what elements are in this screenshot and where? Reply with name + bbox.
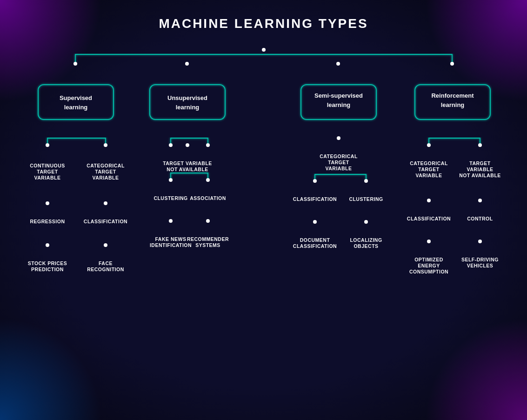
face-recognition-label: FACE [98, 260, 112, 266]
svg-text:TARGET: TARGET [418, 167, 439, 172]
svg-point-37 [206, 143, 210, 147]
svg-point-52 [206, 219, 210, 223]
svg-point-43 [169, 178, 173, 182]
association-label: ASSOCIATION [190, 195, 226, 201]
svg-point-83 [427, 199, 431, 202]
svg-point-94 [478, 240, 482, 243]
main-container: MACHINE LEARNING TYPES Supervised learni… [0, 0, 527, 420]
clustering1-label: CLUSTERING [153, 195, 187, 201]
classification2-label: CLASSIFICATION [293, 196, 336, 202]
unsupervised-box [150, 85, 225, 120]
svg-point-44 [206, 178, 210, 182]
svg-text:VARIABLE: VARIABLE [34, 175, 60, 180]
svg-point-86 [478, 199, 482, 202]
svg-point-75 [478, 143, 482, 147]
svg-point-62 [364, 179, 368, 183]
svg-point-56 [337, 136, 340, 140]
svg-point-61 [313, 179, 317, 183]
svg-text:learning: learning [64, 104, 87, 111]
svg-text:ENERGY: ENERGY [418, 263, 440, 268]
regression-label: REGRESSION [30, 219, 65, 224]
svg-text:learning: learning [327, 101, 350, 108]
svg-text:IDENTIFICATION: IDENTIFICATION [149, 242, 191, 248]
svg-point-28 [46, 243, 49, 247]
svg-text:TARGET: TARGET [328, 160, 349, 165]
fakenews-label: FAKE NEWS [155, 236, 186, 242]
svg-text:CONSUMPTION: CONSUMPTION [409, 269, 448, 274]
clustering2-label: CLUSTERING [349, 196, 383, 202]
stock-prices-label: STOCK PRICES [27, 260, 67, 266]
svg-text:OBJECTS: OBJECTS [354, 243, 378, 249]
doc-classification-label: DOCUMENT [300, 237, 330, 243]
diagram-svg: Supervised learning Unsupervised learnin… [13, 36, 515, 408]
svg-text:VARIABLE: VARIABLE [325, 166, 352, 171]
svg-point-32 [104, 243, 107, 247]
targetNA2-label: TARGET [469, 160, 490, 166]
categorical3-label: CATEGORICAL [410, 160, 448, 166]
supervised-label: Supervised [59, 94, 92, 101]
categorical2-label: CATEGORICAL [320, 153, 358, 159]
svg-point-39 [186, 143, 189, 147]
semisupervised-label: Semi-supervised [314, 92, 362, 99]
svg-text:TARGET: TARGET [37, 169, 58, 174]
svg-text:VARIABLE: VARIABLE [467, 167, 493, 172]
unsupervised-label: Unsupervised [167, 94, 207, 101]
unsupervised-fork [171, 138, 208, 145]
targetNA1-label: TARGET VARIABLE [163, 160, 212, 166]
root-connector [75, 54, 452, 64]
svg-text:NOT AVAILABLE: NOT AVAILABLE [167, 167, 208, 172]
svg-point-66 [313, 220, 317, 224]
reinforcement-fork [429, 138, 480, 145]
control-label: CONTROL [467, 216, 493, 221]
svg-point-25 [104, 201, 107, 205]
localizing-label: LOCALIZING [350, 237, 382, 243]
svg-point-70 [364, 220, 368, 224]
selfdriving-label: SELF-DRIVING [461, 257, 498, 262]
svg-text:PREDICTION: PREDICTION [31, 267, 64, 272]
page-title: MACHINE LEARNING TYPES [159, 16, 368, 31]
svg-text:VEHICLES: VEHICLES [467, 263, 493, 268]
svg-text:SYSTEMS: SYSTEMS [195, 242, 220, 248]
svg-text:RECOGNITION: RECOGNITION [87, 267, 124, 272]
svg-text:TARGET: TARGET [95, 169, 116, 174]
svg-text:learning: learning [440, 101, 464, 108]
svg-point-36 [169, 143, 173, 147]
svg-text:learning: learning [175, 104, 199, 111]
svg-text:NOT AVAILABLE: NOT AVAILABLE [459, 173, 501, 178]
continuous-label: CONTINUOUS [30, 163, 65, 168]
classification1-label: CLASSIFICATION [83, 219, 127, 224]
svg-text:VARIABLE: VARIABLE [92, 175, 119, 180]
classification3-label: CLASSIFICATION [407, 216, 450, 221]
recommender-label: RECOMMENDER [187, 236, 228, 242]
svg-point-74 [427, 143, 431, 147]
svg-point-22 [46, 201, 49, 205]
categorical1-label: CATEGORICAL [87, 163, 125, 168]
svg-point-48 [169, 219, 173, 223]
svg-text:CLASSIFICATION: CLASSIFICATION [293, 243, 336, 249]
reinforcement-label: Reinforcement [431, 92, 474, 99]
svg-text:VARIABLE: VARIABLE [415, 173, 442, 178]
supervised-box [38, 85, 113, 120]
optimized-energy-label: OPTIMIZED [414, 257, 443, 262]
supervised-fork [47, 138, 106, 145]
svg-point-89 [427, 240, 431, 243]
